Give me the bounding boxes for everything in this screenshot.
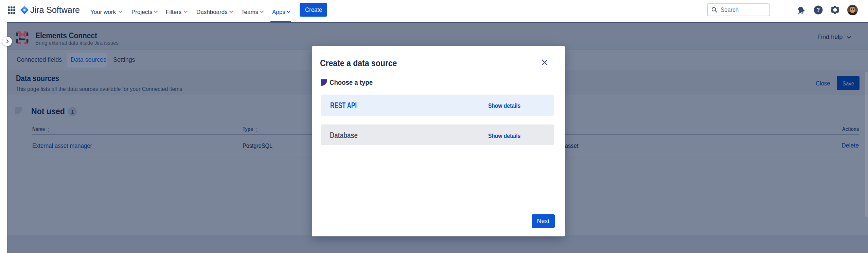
svg-text:?: ? [817, 7, 820, 13]
